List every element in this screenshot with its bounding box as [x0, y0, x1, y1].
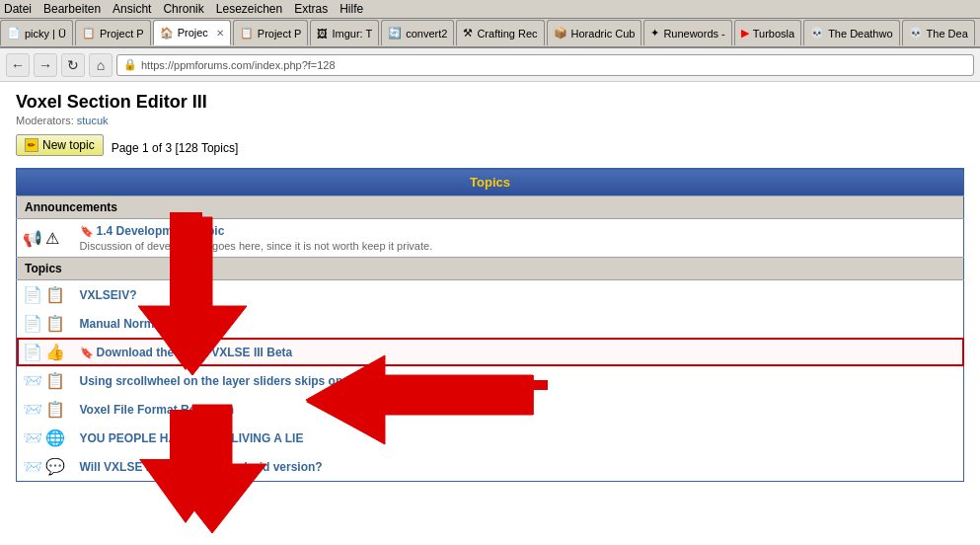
tab-6[interactable]: ⚒ Crafting Rec: [456, 20, 544, 45]
tab-label-1: Project P: [100, 28, 144, 39]
tab-label-2: Projec: [178, 27, 208, 39]
moderator-link[interactable]: stucuk: [77, 115, 109, 126]
tab-icon-3: 📋: [240, 27, 254, 39]
topic-title-1[interactable]: Manual Normals: [80, 317, 172, 331]
tab-icon-2: 🏠: [160, 27, 174, 39]
new-topic-button[interactable]: ✏ New topic: [16, 134, 104, 156]
menu-bearbeiten[interactable]: Bearbeiten: [43, 2, 101, 16]
topic-row-3: 📨 📋 Voxel File Format Research: [17, 395, 964, 424]
topic-icon-3b: 📋: [45, 401, 65, 418]
topic-icon-1b: 📋: [45, 315, 65, 332]
forum-table: Topics Announcements 📢 ⚠ 🔖 1.4 Developme…: [16, 168, 964, 482]
tab-label-10: The Deathwo: [828, 28, 892, 39]
tab-2[interactable]: 🏠 Projec ✕: [153, 20, 231, 45]
sticky-icon-0: 🔖: [80, 225, 97, 237]
topic-icon-3a: 📨: [23, 401, 42, 418]
page-content: Voxel Section Editor III Moderators: stu…: [0, 82, 980, 492]
announcement-icon-1: ⚠: [45, 230, 59, 247]
section-header-announcements: Announcements: [17, 196, 964, 219]
forward-button[interactable]: →: [34, 53, 57, 77]
moderators-line: Moderators: stucuk: [16, 115, 964, 126]
page-title: Voxel Section Editor III: [16, 92, 964, 113]
tab-icon-0: 📄: [7, 27, 21, 39]
address-bar[interactable]: 🔒 https://ppmforums.com/index.php?f=128: [116, 54, 974, 76]
refresh-button[interactable]: ↻: [61, 53, 85, 77]
topic-icon-0b: 📋: [45, 286, 65, 303]
topic-icon-4a: 📨: [23, 429, 42, 446]
new-topic-icon: ✏: [25, 138, 38, 152]
tab-bar: 📄 picky | Ü 📋 Project P 🏠 Projec ✕ 📋 Pro…: [0, 19, 980, 48]
tab-0[interactable]: 📄 picky | Ü: [0, 20, 73, 45]
topic-icon-4b: 🌐: [45, 429, 65, 446]
tab-icon-5: 🔄: [388, 27, 402, 39]
tab-icon-9: ▶: [741, 27, 749, 39]
tab-label-11: The Dea: [927, 28, 968, 39]
topic-icon-5a: 📨: [23, 458, 42, 475]
tab-icon-11: 💀: [909, 27, 923, 39]
menu-datei[interactable]: Datei: [4, 2, 32, 16]
tab-label-8: Runewords -: [663, 28, 724, 39]
tab-label-5: convert2: [406, 28, 447, 39]
tab-label-0: picky | Ü: [25, 28, 66, 39]
tab-11[interactable]: 💀 The Dea: [902, 20, 975, 45]
topic-row-5: 📨 💬 Will VXLSE III ever get an Android v…: [17, 452, 964, 482]
nav-bar: ← → ↻ ⌂ 🔒 https://ppmforums.com/index.ph…: [0, 48, 980, 82]
home-button[interactable]: ⌂: [89, 53, 113, 77]
menu-bar: Datei Bearbeiten Ansicht Chronik Lesezei…: [0, 0, 980, 19]
menu-extras[interactable]: Extras: [294, 2, 328, 16]
announcement-icon-0: 📢: [23, 230, 42, 247]
menu-ansicht[interactable]: Ansicht: [113, 2, 151, 16]
topics-header: Topics: [17, 169, 964, 196]
menu-chronik[interactable]: Chronik: [163, 2, 203, 16]
menu-hilfe[interactable]: Hilfe: [339, 2, 363, 16]
tab-close-2[interactable]: ✕: [216, 28, 224, 39]
topic-icon-dl-b: 👍: [45, 344, 65, 360]
topic-row-2: 📨 📋 Using srcollwheel on the layer slide…: [17, 366, 964, 395]
topic-icon-0a: 📄: [23, 286, 42, 303]
page-info: Page 1 of 3 [128 Topics]: [112, 141, 239, 155]
tab-5[interactable]: 🔄 convert2: [381, 20, 454, 45]
topic-title-5[interactable]: Will VXLSE III ever get an Android versi…: [80, 460, 323, 474]
tab-4[interactable]: 🖼 Imgur: T: [310, 20, 379, 45]
back-button[interactable]: ←: [6, 53, 30, 77]
url-text[interactable]: https://ppmforums.com/index.php?f=128: [141, 59, 336, 71]
topic-title-0[interactable]: VXLSEIV?: [80, 288, 137, 302]
topic-icon-1a: 📄: [23, 315, 42, 332]
section-header-topics: Topics: [17, 258, 964, 280]
topic-row-4: 📨 🌐 YOU PEOPLE HAVE BEEN LIVING A LIE: [17, 424, 964, 452]
tab-icon-10: 💀: [810, 27, 824, 39]
tab-label-9: Turbosla: [753, 28, 794, 39]
topic-icon-5b: 💬: [45, 458, 65, 475]
page-wrapper: Datei Bearbeiten Ansicht Chronik Lesezei…: [0, 0, 980, 545]
tab-label-7: Horadric Cub: [571, 28, 636, 39]
topic-title-3[interactable]: Voxel File Format Research: [80, 403, 235, 417]
topic-row-0: 📄 📋 VXLSEIV?: [17, 280, 964, 310]
tab-8[interactable]: ✦ Runewords -: [643, 20, 731, 45]
tab-icon-4: 🖼: [317, 28, 328, 39]
moderators-label: Moderators:: [16, 115, 74, 126]
tab-1[interactable]: 📋 Project P: [75, 20, 151, 45]
announcement-desc-0: Discussion of development goes here, sin…: [80, 240, 960, 252]
tab-label-4: Imgur: T: [332, 28, 372, 39]
announcement-row-0: 📢 ⚠ 🔖 1.4 Development Topic Discussion o…: [17, 219, 964, 258]
topic-icon-2a: 📨: [23, 372, 42, 389]
topic-row-download: 📄 👍 🔖 Download the latest VXLSE III Beta: [17, 338, 964, 366]
topic-title-2[interactable]: Using srcollwheel on the layer sliders s…: [80, 374, 415, 388]
tab-label-6: Crafting Rec: [477, 28, 537, 39]
tab-3[interactable]: 📋 Project P: [233, 20, 309, 45]
topic-icon-2b: 📋: [45, 372, 65, 389]
tab-icon-1: 📋: [82, 27, 96, 39]
tab-7[interactable]: 📦 Horadric Cub: [547, 20, 642, 45]
topic-title-download[interactable]: 🔖 Download the latest VXLSE III Beta: [80, 346, 293, 359]
new-topic-label: New topic: [42, 138, 95, 152]
topic-icon-dl-a: 📄: [23, 344, 42, 360]
tab-9[interactable]: ▶ Turbosla: [734, 20, 801, 45]
announcement-title-0[interactable]: 🔖 1.4 Development Topic: [80, 224, 225, 238]
tab-icon-8: ✦: [650, 27, 659, 39]
tab-icon-6: ⚒: [463, 27, 473, 39]
lock-icon: 🔒: [123, 58, 137, 71]
menu-lesezeichen[interactable]: Lesezeichen: [216, 2, 282, 16]
tab-10[interactable]: 💀 The Deathwo: [803, 20, 899, 45]
topic-title-4[interactable]: YOU PEOPLE HAVE BEEN LIVING A LIE: [80, 431, 304, 445]
tab-icon-7: 📦: [554, 27, 567, 39]
